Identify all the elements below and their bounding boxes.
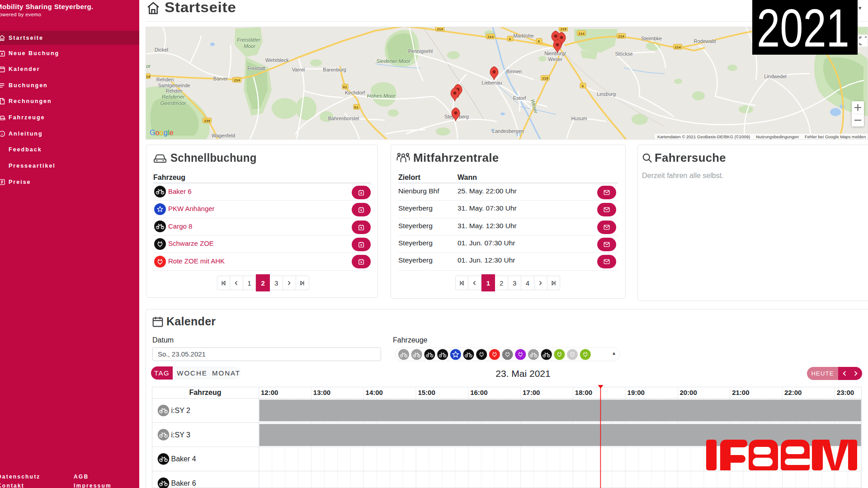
- svg-text:21:00: 21:00: [732, 389, 749, 396]
- svg-text:Fahrzeug: Fahrzeug: [189, 389, 221, 396]
- svg-text:22:00: 22:00: [784, 389, 802, 396]
- svg-text:61: 61: [343, 85, 347, 89]
- svg-text:Siedener Moor: Siedener Moor: [376, 58, 411, 64]
- svg-text:Geestmoor: Geestmoor: [160, 100, 187, 106]
- svg-text:Nienburg/: Nienburg/: [544, 51, 566, 56]
- svg-text:Linsburg: Linsburg: [597, 91, 616, 97]
- svg-text:Lindwedel: Lindwedel: [764, 74, 787, 79]
- svg-text:e: e: [170, 128, 174, 136]
- svg-text:Weser: Weser: [548, 56, 562, 62]
- svg-text:Kirchdorf: Kirchdorf: [345, 90, 365, 95]
- svg-text:Binnen: Binnen: [506, 69, 522, 74]
- svg-text:Pennigsehl: Pennigsehl: [408, 48, 433, 54]
- svg-text:Landesbergen: Landesbergen: [492, 128, 524, 134]
- svg-text:o: o: [160, 128, 164, 136]
- svg-text:239: 239: [204, 119, 210, 123]
- svg-text:Rehden: Rehden: [156, 77, 174, 82]
- svg-text:Husum: Husum: [571, 116, 587, 121]
- svg-text:g: g: [164, 128, 168, 136]
- svg-text:214: 214: [578, 32, 585, 36]
- svg-text:61: 61: [354, 105, 359, 109]
- svg-text:6: 6: [538, 39, 540, 43]
- svg-text:15:00: 15:00: [418, 389, 435, 396]
- svg-text:Baker 4: Baker 4: [171, 455, 196, 463]
- svg-text:Wehrbleck: Wehrbleck: [265, 57, 289, 63]
- svg-text:14:00: 14:00: [366, 389, 383, 396]
- svg-text:214: 214: [146, 75, 150, 79]
- svg-text:Samtgemeinde: Samtgemeinde: [158, 83, 190, 88]
- svg-text:20:00: 20:00: [679, 389, 697, 396]
- svg-text:214: 214: [234, 78, 240, 82]
- svg-text:215: 215: [560, 27, 566, 31]
- svg-text:Freistatt: Freistatt: [247, 66, 265, 71]
- svg-text:Barenburg: Barenburg: [323, 67, 346, 72]
- svg-text:Freistätter: Freistätter: [237, 37, 261, 42]
- svg-text:12:00: 12:00: [261, 389, 278, 396]
- svg-text:18:00: 18:00: [575, 389, 592, 396]
- svg-text:Barver: Barver: [213, 76, 228, 81]
- svg-text:Nutzungsbedingungen: Nutzungsbedingungen: [756, 134, 799, 139]
- svg-text:Moor: Moor: [244, 43, 256, 49]
- svg-text:G: G: [150, 128, 156, 136]
- svg-text:23:00: 23:00: [837, 389, 854, 396]
- svg-text:Steimbke: Steimbke: [641, 36, 662, 41]
- svg-text:Kartendaten © 2021 GeoBasis-DE: Kartendaten © 2021 GeoBasis-DE/BKG (©200…: [657, 134, 750, 139]
- svg-text:214: 214: [618, 34, 624, 38]
- svg-text:i:SY 3: i:SY 3: [171, 431, 191, 439]
- svg-text:Estorf: Estorf: [513, 95, 527, 101]
- svg-text:Rehden: Rehden: [166, 88, 183, 94]
- svg-text:19:00: 19:00: [627, 389, 645, 396]
- svg-text:Baker 6: Baker 6: [171, 479, 196, 487]
- svg-text:13:00: 13:00: [313, 389, 330, 396]
- svg-text:214: 214: [487, 35, 494, 39]
- svg-text:o: o: [156, 128, 160, 136]
- svg-text:Marklohe: Marklohe: [513, 33, 533, 38]
- svg-text:Rehdener: Rehdener: [162, 94, 185, 99]
- svg-text:Hohes Moor: Hohes Moor: [367, 93, 396, 99]
- svg-text:l: l: [168, 128, 169, 136]
- svg-text:17:00: 17:00: [523, 389, 540, 396]
- svg-text:Rodewald: Rodewald: [694, 38, 716, 44]
- svg-text:i:SY 2: i:SY 2: [171, 407, 191, 414]
- svg-text:Wagenfeld: Wagenfeld: [212, 133, 235, 138]
- svg-text:Fehler bei Google Maps melden: Fehler bei Google Maps melden: [805, 134, 866, 139]
- svg-text:Dickel: Dickel: [155, 47, 168, 52]
- svg-text:6: 6: [509, 37, 511, 41]
- svg-text:6: 6: [582, 84, 584, 88]
- svg-text:or: or: [146, 63, 151, 69]
- svg-text:Stöckse: Stöckse: [615, 51, 632, 56]
- svg-text:214: 214: [675, 45, 681, 49]
- svg-text:215: 215: [542, 76, 548, 80]
- svg-text:16:00: 16:00: [470, 389, 487, 396]
- svg-text:Varrel: Varrel: [292, 67, 305, 72]
- svg-text:214: 214: [437, 27, 443, 31]
- svg-text:Liebenau: Liebenau: [481, 80, 502, 85]
- svg-text:Bahrenborstel: Bahrenborstel: [328, 116, 359, 121]
